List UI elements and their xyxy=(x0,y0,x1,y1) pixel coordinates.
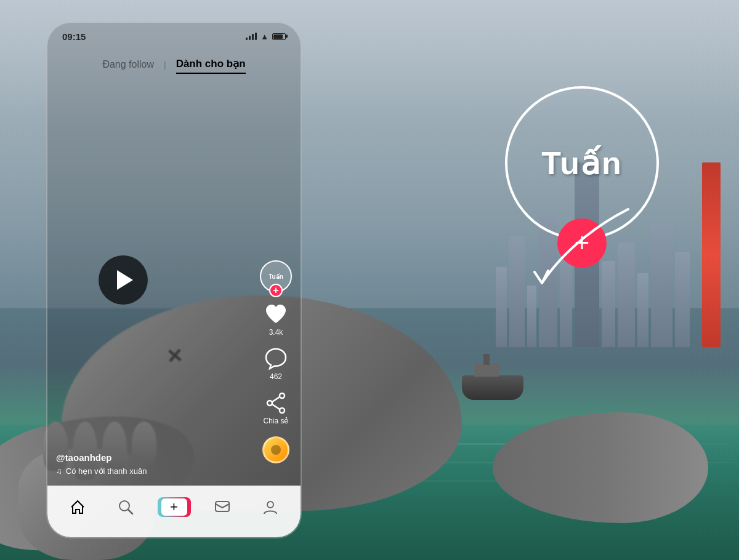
bottom-nav: + xyxy=(47,486,301,537)
svg-rect-7 xyxy=(216,502,229,511)
play-button[interactable] xyxy=(99,255,148,305)
svg-line-6 xyxy=(128,510,132,514)
music-title: Có hẹn với thanh xuân xyxy=(66,466,147,476)
svg-point-0 xyxy=(280,393,285,398)
nav-home[interactable] xyxy=(54,499,102,515)
annotation-plus-icon: + xyxy=(575,230,590,256)
tab-divider: | xyxy=(164,60,166,70)
nav-profile[interactable] xyxy=(246,499,294,515)
video-music: ♫ Có hẹn với thanh xuân xyxy=(56,466,251,476)
battery-tip xyxy=(286,35,288,38)
video-username: @taoanhdep xyxy=(56,452,251,463)
like-button[interactable]: 3.4k xyxy=(264,303,288,337)
phone-frame: 09:15 ▲ Đang follow | Dành cho bạn xyxy=(46,22,302,538)
signal-bar-2 xyxy=(249,36,251,40)
home-icon xyxy=(70,499,86,515)
music-disc-visual xyxy=(262,436,289,463)
nav-messages[interactable] xyxy=(198,499,246,515)
share-button[interactable]: Chia sẻ xyxy=(263,392,288,425)
status-time: 09:15 xyxy=(62,31,86,42)
plus-btn-white: + xyxy=(161,498,187,516)
plus-btn-inner: + xyxy=(160,497,188,517)
battery-icon xyxy=(272,33,286,40)
avatar-label: Tuấn xyxy=(269,273,283,280)
status-bar: 09:15 ▲ xyxy=(47,23,301,50)
annotation-circle: Tuấn xyxy=(505,86,659,240)
signal-bar-3 xyxy=(252,34,254,40)
profile-icon xyxy=(262,499,278,515)
svg-line-3 xyxy=(272,397,280,402)
comment-count: 462 xyxy=(270,372,282,381)
search-icon xyxy=(118,499,134,515)
svg-point-8 xyxy=(267,502,273,508)
tab-for-you[interactable]: Dành cho bạn xyxy=(176,55,246,74)
follow-plus-button[interactable]: + xyxy=(269,284,283,297)
signal-bar-1 xyxy=(246,38,248,40)
battery-fill xyxy=(273,34,283,39)
nav-add-button[interactable]: + xyxy=(150,497,198,517)
svg-point-2 xyxy=(280,408,285,413)
feed-tabs: Đang follow | Dành cho bạn xyxy=(47,55,301,74)
kaws-arm-right xyxy=(493,412,708,523)
video-info: @taoanhdep ♫ Có hẹn với thanh xuân xyxy=(56,452,251,476)
plus-btn-icon: + xyxy=(170,500,178,514)
share-label: Chia sẻ xyxy=(263,417,288,425)
music-note-icon: ♫ xyxy=(56,466,62,476)
action-buttons: Tuấn + 3.4k 462 xyxy=(260,260,292,463)
signal-bar-4 xyxy=(255,33,257,40)
nav-search[interactable] xyxy=(102,499,150,515)
svg-line-4 xyxy=(272,404,280,409)
messages-icon xyxy=(214,499,230,515)
heart-icon xyxy=(264,303,288,326)
annotation-follow-button[interactable]: + xyxy=(557,218,607,268)
music-disc-center xyxy=(271,445,281,455)
status-icons: ▲ xyxy=(246,32,286,41)
play-triangle-icon xyxy=(117,270,133,290)
follow-plus-icon: + xyxy=(273,286,278,295)
comment-button[interactable]: 462 xyxy=(265,348,287,381)
music-disc[interactable] xyxy=(262,436,289,463)
signal-bars-icon xyxy=(246,33,257,40)
tab-following[interactable]: Đang follow xyxy=(102,57,154,73)
like-count: 3.4k xyxy=(269,328,283,337)
comment-icon xyxy=(265,348,287,370)
wifi-icon: ▲ xyxy=(260,32,269,41)
phone-content: 09:15 ▲ Đang follow | Dành cho bạn xyxy=(47,23,301,537)
svg-point-1 xyxy=(267,401,272,406)
creator-avatar[interactable]: Tuấn + xyxy=(260,260,292,292)
share-icon xyxy=(265,392,287,414)
annotation-circle-text: Tuấn xyxy=(541,145,622,182)
